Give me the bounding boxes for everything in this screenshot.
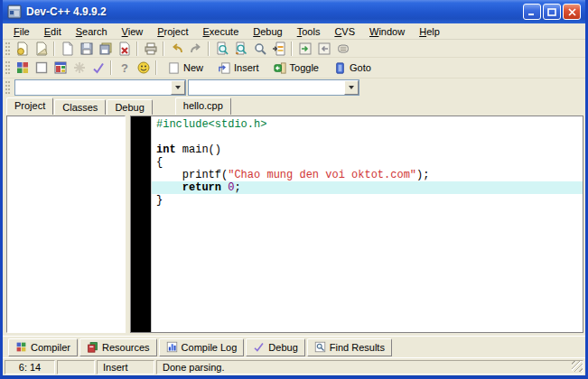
menu-project[interactable]: Project	[150, 25, 195, 38]
compiler-icon	[15, 341, 27, 353]
bookmark-new-label: New	[183, 62, 203, 73]
class-browser-select[interactable]	[188, 79, 359, 96]
chevron-down-icon[interactable]	[344, 80, 359, 95]
menu-tools[interactable]: Tools	[290, 25, 328, 38]
compile-log-icon	[166, 341, 178, 353]
close-icon	[568, 8, 576, 16]
minimize-button[interactable]	[523, 4, 541, 20]
menu-execute[interactable]: Execute	[196, 25, 247, 38]
main-toolbar	[3, 40, 585, 58]
bookmark-goto-button[interactable]: Goto	[329, 59, 376, 77]
compile-and-run-button[interactable]	[51, 60, 70, 77]
tab-classes[interactable]: Classes	[54, 99, 106, 115]
project-properties-button[interactable]	[333, 40, 352, 57]
find-in-files-button[interactable]	[250, 40, 269, 57]
tab-debug[interactable]: Debug	[107, 99, 152, 115]
toolbar-separator	[291, 42, 293, 56]
compile-icon	[15, 60, 30, 75]
bookmark-toggle-button[interactable]: Toggle	[269, 59, 323, 77]
new-file-button[interactable]	[58, 40, 77, 57]
resize-grip[interactable]	[572, 361, 583, 372]
bookmark-new-button[interactable]: New	[163, 59, 208, 77]
tab-compiler-label: Compiler	[31, 342, 70, 353]
menu-edit[interactable]: Edit	[37, 25, 69, 38]
open-button[interactable]	[32, 40, 51, 57]
tab-project[interactable]: Project	[6, 97, 53, 115]
menu-search[interactable]: Search	[69, 25, 115, 38]
run-button[interactable]	[32, 60, 51, 77]
tab-resources-label: Resources	[102, 342, 150, 353]
tab-compile-log[interactable]: Compile Log	[159, 338, 245, 356]
tab-find-results[interactable]: Find Results	[307, 338, 392, 356]
rebuild-all-button[interactable]	[70, 60, 89, 77]
save-button[interactable]	[77, 40, 96, 57]
undo-icon	[170, 42, 184, 56]
about-button[interactable]	[134, 60, 153, 77]
bookmark-insert-label: Insert	[234, 62, 259, 73]
title-bar: Dev-C++ 4.9.9.2	[3, 0, 585, 23]
debug-check-icon	[253, 341, 265, 353]
smiley-icon	[136, 60, 151, 75]
tab-resources[interactable]: Resources	[79, 338, 157, 356]
close-file-button[interactable]	[115, 40, 134, 57]
chevron-down-icon[interactable]	[171, 80, 185, 95]
code-area[interactable]: #include<stdio.h> int main() { printf("C…	[152, 116, 583, 332]
debug-check-icon	[91, 60, 106, 75]
print-button[interactable]	[141, 40, 160, 57]
secondary-toolbar: ? New Insert Toggle Goto	[3, 58, 585, 79]
bookmark-toggle-label: Toggle	[290, 62, 319, 73]
tab-hello-cpp[interactable]: hello.cpp	[175, 97, 231, 115]
maximize-button[interactable]	[543, 4, 561, 20]
undo-button[interactable]	[167, 40, 186, 57]
save-all-button[interactable]	[96, 40, 115, 57]
remove-from-project-button[interactable]	[314, 40, 333, 57]
find-in-files-icon	[253, 42, 267, 56]
menu-bar: File Edit Search View Project Execute De…	[3, 23, 585, 40]
toolbar-grip[interactable]	[5, 61, 10, 74]
bookmark-insert-button[interactable]: Insert	[213, 59, 264, 77]
compiler-select[interactable]	[14, 79, 186, 96]
resources-icon	[87, 341, 98, 353]
tab-debug-output-label: Debug	[268, 342, 297, 353]
compile-button[interactable]	[13, 60, 32, 77]
code-editor[interactable]: #include<stdio.h> int main() { printf("C…	[130, 116, 583, 333]
code-line: {	[152, 156, 583, 169]
help-icon: ?	[117, 60, 132, 75]
menu-view[interactable]: View	[115, 25, 151, 38]
toolbar-separator	[136, 42, 138, 56]
menu-file[interactable]: File	[6, 25, 37, 38]
tab-compiler[interactable]: Compiler	[8, 338, 78, 356]
tab-debug-output[interactable]: Debug	[246, 338, 304, 356]
debug-button[interactable]	[89, 60, 107, 77]
add-to-project-button[interactable]	[295, 40, 314, 57]
save-all-icon	[98, 42, 113, 56]
find-button[interactable]	[212, 40, 231, 57]
replace-button[interactable]	[231, 40, 250, 57]
menu-help[interactable]: Help	[412, 25, 447, 38]
new-file-icon	[61, 42, 75, 56]
devcpp-window: Dev-C++ 4.9.9.2 File Edit Search View Pr…	[0, 0, 588, 379]
new-bookmark-icon	[167, 61, 181, 75]
toolbar-grip[interactable]	[5, 81, 10, 94]
goto-line-button[interactable]	[269, 40, 288, 57]
cursor-position: 6: 14	[5, 360, 55, 374]
tab-compile-log-label: Compile Log	[182, 342, 238, 353]
minimize-icon	[527, 8, 537, 16]
app-icon	[7, 5, 22, 19]
code-line: printf("Chao mung den voi oktot.com");	[152, 169, 583, 181]
menu-window[interactable]: Window	[362, 25, 412, 38]
toolbar-grip[interactable]	[5, 42, 10, 55]
modified-indicator	[57, 360, 95, 374]
project-browser-panel[interactable]	[6, 116, 126, 333]
replace-icon	[234, 42, 248, 56]
window-title: Dev-C++ 4.9.9.2	[26, 5, 521, 18]
menu-cvs[interactable]: CVS	[327, 25, 362, 38]
redo-button[interactable]	[186, 40, 205, 57]
toolbar-separator	[155, 60, 157, 75]
menu-debug[interactable]: Debug	[246, 25, 289, 38]
new-project-button[interactable]	[13, 40, 32, 57]
svg-text:?: ?	[121, 61, 128, 75]
close-button[interactable]	[563, 4, 581, 20]
new-project-icon	[15, 42, 30, 56]
help-button[interactable]: ?	[115, 60, 134, 77]
